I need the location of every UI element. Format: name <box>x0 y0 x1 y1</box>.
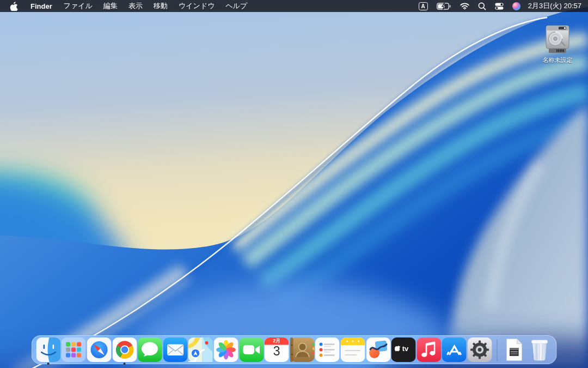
menu-item-finder[interactable]: Finder <box>24 0 58 12</box>
desktop-volume-untitled[interactable]: 名称未設定 <box>542 24 573 64</box>
menu-item-help[interactable]: ヘルプ <box>220 0 253 12</box>
system-settings-icon <box>467 337 492 362</box>
menu-item-window[interactable]: ウインドウ <box>173 0 220 12</box>
dock-item-freeform[interactable] <box>366 337 390 362</box>
dock-item-music[interactable] <box>416 337 441 362</box>
notes-icon <box>340 337 365 362</box>
photos-icon <box>214 337 238 362</box>
dock-item-tv[interactable]: tv <box>391 337 416 362</box>
dock-item-messages[interactable] <box>138 337 162 362</box>
wifi-icon <box>460 3 469 10</box>
reminders-icon <box>315 337 340 362</box>
dock-item-app-store[interactable] <box>442 337 467 362</box>
music-icon <box>416 337 441 362</box>
calendar-day: 3 <box>265 344 289 359</box>
dock-item-maps[interactable] <box>188 337 213 362</box>
dock-item-launchpad[interactable] <box>62 337 86 362</box>
safari-icon <box>87 337 112 362</box>
menu-item-edit[interactable]: 編集 <box>98 0 123 12</box>
chrome-icon <box>112 337 137 362</box>
battery-charging-icon <box>437 3 451 10</box>
dock-item-photos[interactable] <box>214 337 238 362</box>
maps-icon <box>188 337 213 362</box>
dock-item-safari[interactable] <box>87 337 112 362</box>
hard-disk-icon <box>544 24 571 55</box>
app-store-icon <box>442 337 467 362</box>
freeform-icon <box>366 337 390 362</box>
spotlight-search-icon <box>478 2 486 10</box>
input-source-icon: A <box>419 2 428 10</box>
trash-icon <box>528 337 552 362</box>
spotlight-menu[interactable] <box>474 0 491 12</box>
desktop-wallpaper <box>0 0 588 368</box>
battery-menu[interactable] <box>432 0 456 12</box>
apple-logo-icon <box>10 1 18 11</box>
dock-divider <box>497 339 497 361</box>
menu-item-file[interactable]: ファイル <box>58 0 98 12</box>
dock-item-facetime[interactable] <box>239 337 264 362</box>
tv-label: tv <box>402 345 409 353</box>
dock-item-calendar[interactable]: 2月 3 <box>265 337 289 362</box>
control-center-icon <box>495 3 504 10</box>
running-indicator <box>47 363 50 365</box>
facetime-icon <box>239 337 264 362</box>
menu-item-view[interactable]: 表示 <box>123 0 148 12</box>
dock-item-chrome[interactable] <box>112 337 137 362</box>
finder-icon <box>36 337 60 362</box>
dock-item-document[interactable] <box>502 337 526 362</box>
dock-item-contacts[interactable] <box>290 337 314 362</box>
menu-bar: Finder ファイル 編集 表示 移動 ウインドウ ヘルプ A <box>0 0 588 12</box>
dock-item-reminders[interactable] <box>315 337 340 362</box>
dock-item-system-settings[interactable] <box>467 337 492 362</box>
document-icon <box>502 337 526 362</box>
menu-item-go[interactable]: 移動 <box>148 0 173 12</box>
input-source-menu[interactable]: A <box>414 0 432 12</box>
dock-item-finder[interactable] <box>36 337 60 362</box>
control-center-menu[interactable] <box>491 0 508 12</box>
mail-icon <box>163 337 187 362</box>
messages-icon <box>138 337 162 362</box>
macos-desktop: Finder ファイル 編集 表示 移動 ウインドウ ヘルプ A <box>0 0 588 368</box>
dock-item-notes[interactable] <box>340 337 365 362</box>
dock: 2月 3 <box>32 335 557 364</box>
dock-item-trash[interactable] <box>528 337 552 362</box>
siri-icon <box>512 2 520 10</box>
volume-label: 名称未設定 <box>543 56 573 64</box>
running-indicator <box>124 363 126 365</box>
wifi-menu[interactable] <box>456 0 474 12</box>
launchpad-icon <box>62 337 86 362</box>
apple-menu[interactable] <box>0 0 24 12</box>
contacts-icon <box>290 337 314 362</box>
menubar-clock[interactable]: 2月3日(火) 20:57 <box>525 1 588 11</box>
siri-menu[interactable] <box>508 0 525 12</box>
dock-item-mail[interactable] <box>163 337 187 362</box>
